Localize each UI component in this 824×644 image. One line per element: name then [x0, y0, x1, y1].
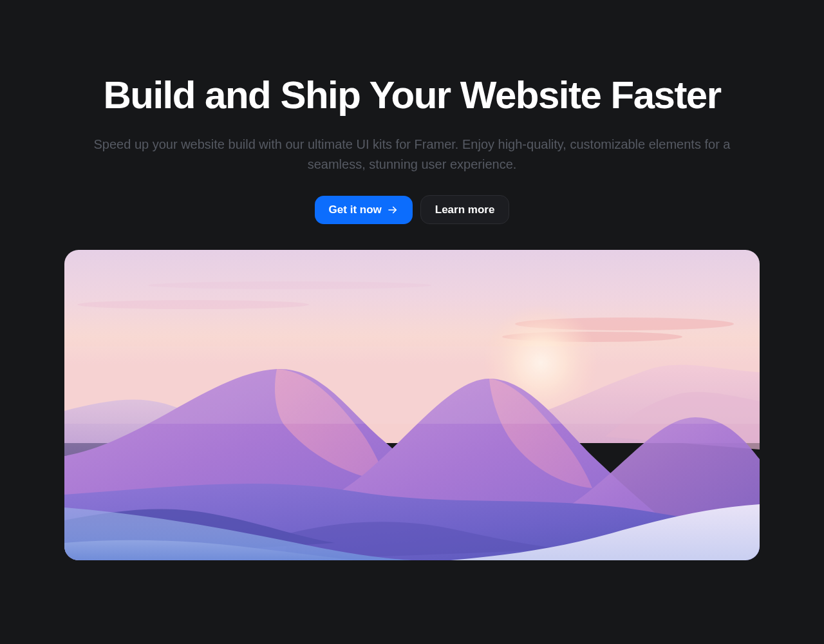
hero-title: Build and Ship Your Website Faster — [103, 74, 720, 117]
learn-more-button[interactable]: Learn more — [420, 195, 510, 224]
button-row: Get it now Learn more — [315, 195, 510, 224]
hero-image — [64, 250, 760, 560]
arrow-right-icon — [387, 204, 398, 216]
hero-section: Build and Ship Your Website Faster Speed… — [84, 74, 740, 224]
svg-point-4 — [77, 300, 309, 309]
primary-button-label: Get it now — [329, 204, 382, 215]
svg-rect-7 — [64, 346, 760, 424]
hero-subtitle: Speed up your website build with our ult… — [84, 135, 740, 175]
svg-point-5 — [148, 281, 431, 289]
secondary-button-label: Learn more — [435, 204, 495, 215]
get-it-now-button[interactable]: Get it now — [315, 196, 413, 224]
